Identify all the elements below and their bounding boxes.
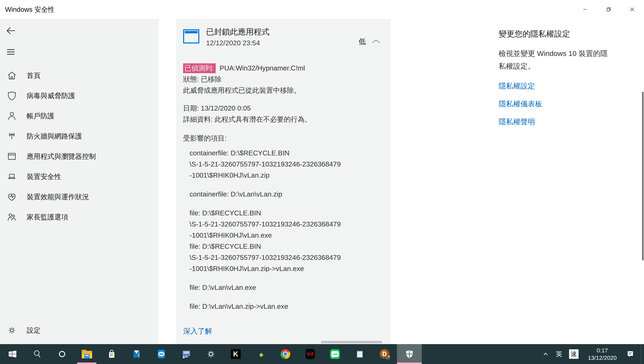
kkbox-button[interactable]: K	[223, 344, 248, 364]
detected-label-highlight: 已偵測到:	[183, 63, 216, 73]
affected-item: file: D:\vLan\vLan.zip->vLan.exe	[183, 301, 381, 312]
details-line: 詳細資料: 此程式具有潛在不必要的行為。	[183, 114, 381, 125]
windows-logo-icon	[8, 349, 17, 359]
hamburger-menu-button[interactable]	[2, 44, 19, 60]
threat-title: 已封鎖此應用程式	[206, 27, 359, 37]
back-button[interactable]	[2, 22, 19, 39]
sidebar-item-label: 裝置效能與運作狀況	[27, 192, 89, 202]
minimize-button[interactable]	[573, 0, 597, 19]
privacy-link[interactable]: 隱私權儀表板	[499, 99, 613, 109]
app-window-icon	[7, 151, 17, 162]
mail-envelope-icon	[132, 349, 141, 359]
running-app-indicator	[397, 362, 422, 364]
threat-header[interactable]: 已封鎖此應用程式 12/12/2020 23:54 低	[183, 27, 381, 47]
system-tray: 英 速 0:17 13/12/2020	[539, 344, 644, 364]
hamburger-icon	[5, 46, 16, 58]
show-desktop-button[interactable]	[641, 344, 642, 364]
start-button[interactable]	[0, 344, 25, 364]
date-line: 日期: 13/12/2020 0:05	[183, 103, 381, 114]
file-explorer-icon	[82, 350, 92, 358]
privacy-description: 檢視並變更 Windows 10 裝置的隱私權設定。	[499, 47, 613, 72]
chrome-button[interactable]	[273, 344, 298, 364]
heart-pulse-icon	[7, 192, 17, 202]
affected-item: containerfile: D:\$RECYCLE.BIN \S-1-5-21…	[183, 148, 381, 181]
sidebar: 首頁 病毒與威脅防護 帳戶防護 防火牆與網路保護 應用程式與瀏覽器控制	[0, 19, 159, 344]
microsoft-store-button[interactable]	[99, 344, 124, 364]
action-center-button[interactable]	[623, 344, 638, 364]
sidebar-item-app-browser-control[interactable]: 應用程式與瀏覽器控制	[0, 146, 159, 166]
show-hidden-icons-button[interactable]	[539, 344, 553, 364]
taskbar: K V4 LINE D 英 速 0:17 13/12/2020	[0, 344, 644, 364]
severity-label: 低	[359, 37, 366, 46]
sidebar-item-label: 帳戶防護	[27, 112, 54, 121]
privacy-link[interactable]: 隱私權聲明	[499, 117, 613, 127]
tray-time: 0:17	[588, 347, 617, 354]
sidebar-item-label: 病毒與威脅防護	[27, 91, 75, 100]
privacy-link[interactable]: 隱私權設定	[499, 81, 613, 91]
sidebar-item-settings[interactable]: 設定	[0, 320, 159, 340]
sidebar-item-home[interactable]: 首頁	[0, 66, 159, 86]
detected-line: 已偵測到: PUA:Win32/Hypnamer.C!ml	[183, 62, 381, 74]
store-bag-icon	[107, 349, 117, 359]
learn-more-link[interactable]: 深入了解	[183, 326, 212, 336]
shield-icon	[7, 90, 17, 101]
detected-threat-name: PUA:Win32/Hypnamer.C!ml	[218, 64, 305, 72]
sidebar-item-account-protection[interactable]: 帳戶防護	[0, 106, 159, 126]
security-shield-icon	[404, 349, 414, 359]
vertical-scrollbar-thumb[interactable]	[642, 92, 644, 260]
status-description: 此威脅或應用程式已從此裝置中移除。	[183, 85, 381, 96]
d-app-button[interactable]: D	[372, 344, 397, 364]
affected-item: file: D:\vLan\vLan.exe	[183, 282, 381, 293]
sidebar-item-device-performance[interactable]: 裝置效能與運作狀況	[0, 187, 159, 207]
sidebar-item-virus-threat-protection[interactable]: 病毒與威脅防護	[0, 86, 159, 106]
restore-icon	[605, 6, 612, 13]
mail-button[interactable]	[124, 344, 149, 364]
sidebar-item-family-options[interactable]: 家長監護選項	[0, 207, 159, 227]
chevron-up-icon[interactable]	[371, 38, 381, 45]
file-explorer-button[interactable]	[74, 344, 99, 364]
sidebar-item-firewall-network[interactable]: 防火牆與網路保護	[0, 126, 159, 146]
taskbar-clock[interactable]: 0:17 13/12/2020	[582, 347, 623, 362]
remote-desktop-button[interactable]	[174, 344, 198, 364]
horizontal-scrollbar-thumb[interactable]	[321, 341, 382, 343]
affected-item: containerfile: D:\vLan\vLan.zip	[183, 188, 381, 200]
sidebar-item-label: 家長監護選項	[27, 212, 68, 222]
v4-app-icon: V4	[305, 349, 315, 359]
cortana-ring-icon	[57, 349, 67, 359]
threat-body: 已偵測到: PUA:Win32/Hypnamer.C!ml 狀態: 已移除 此威…	[183, 62, 381, 337]
running-app-indicator	[77, 362, 96, 364]
family-icon	[7, 212, 17, 222]
threat-timestamp: 12/12/2020 23:54	[206, 39, 359, 47]
ime-language-indicator[interactable]: 英	[553, 344, 566, 364]
blue-green-app-button[interactable]	[248, 344, 273, 364]
affected-item: file: D:\$RECYCLE.BIN \S-1-5-21-32607557…	[183, 208, 381, 274]
cortana-button[interactable]	[50, 344, 74, 364]
ime-mode-indicator[interactable]: 速	[566, 344, 582, 364]
close-button[interactable]	[620, 0, 644, 19]
teamviewer-button[interactable]	[149, 344, 174, 364]
chevron-up-icon	[542, 350, 549, 358]
window-title: Windows 安全性	[5, 0, 55, 19]
home-icon	[7, 70, 17, 81]
settings-button[interactable]	[198, 344, 223, 364]
tray-date: 13/12/2020	[588, 354, 617, 362]
notepad-icon	[355, 349, 365, 359]
d-app-icon: D	[380, 349, 389, 359]
laptop-icon	[7, 171, 17, 182]
privacy-links: 隱私權設定隱私權儀表板隱私權聲明	[499, 81, 613, 127]
line-button[interactable]: LINE	[323, 344, 347, 364]
notepad-button[interactable]	[347, 344, 372, 364]
restore-button[interactable]	[597, 0, 620, 19]
sidebar-item-device-security[interactable]: 裝置安全性	[0, 166, 159, 187]
windows-security-button[interactable]	[397, 344, 422, 364]
status-line: 狀態: 已移除	[183, 74, 381, 85]
caption-buttons	[573, 0, 644, 19]
search-button[interactable]	[25, 344, 50, 364]
d-app-color-squares	[386, 356, 390, 359]
chrome-icon	[281, 349, 290, 359]
blocked-app-icon	[183, 29, 199, 44]
sidebar-nav: 首頁 病毒與威脅防護 帳戶防護 防火牆與網路保護 應用程式與瀏覽器控制	[0, 66, 159, 227]
v4-game-button[interactable]: V4	[298, 344, 323, 364]
sidebar-item-label: 應用程式與瀏覽器控制	[27, 152, 96, 161]
teamviewer-icon	[157, 349, 166, 359]
